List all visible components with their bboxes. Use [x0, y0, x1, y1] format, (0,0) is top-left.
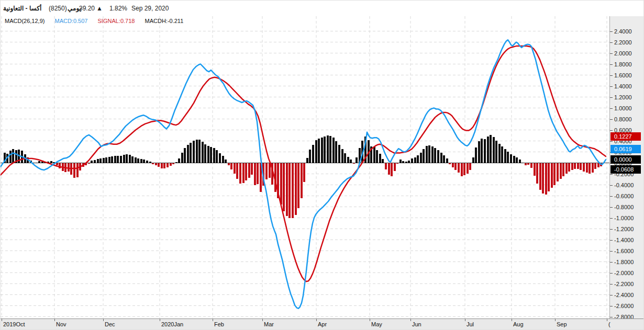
histogram-bar — [213, 148, 215, 163]
histogram-bar — [423, 149, 425, 163]
x-axis-month-label: ( — [608, 321, 610, 327]
x-axis-month-label: Aug — [513, 321, 524, 327]
macd-chart-window: أكسا - التعاونية (8250) يومي 39.20 ▲ 1.8… — [0, 0, 644, 330]
x-axis-tick — [160, 319, 160, 321]
y-axis-label: 0.8000 — [614, 116, 632, 122]
histogram-bar — [431, 146, 434, 163]
histogram-bar — [525, 163, 527, 165]
histogram-bar — [553, 163, 556, 185]
y-axis-label: 1.4000 — [614, 83, 632, 89]
histogram-bar — [230, 163, 232, 170]
histogram-bar — [181, 153, 183, 163]
x-axis-tick — [103, 319, 104, 321]
histogram-bar — [417, 155, 419, 163]
histogram-bar — [472, 157, 474, 163]
histogram-bar — [239, 163, 241, 184]
histogram-bar — [332, 138, 335, 163]
histogram-bar — [327, 135, 329, 163]
histogram-bar — [76, 163, 79, 178]
x-axis-month-label: May — [371, 321, 382, 327]
histogram-bar — [161, 163, 163, 168]
y-axis-tick — [610, 229, 613, 230]
x-axis-tick — [316, 319, 317, 321]
histogram-bar — [437, 150, 439, 163]
histogram-bar — [309, 150, 311, 163]
histogram-bar — [190, 143, 192, 163]
histogram-bar — [574, 163, 576, 169]
histogram-bar — [562, 163, 564, 176]
histogram-bar — [446, 158, 448, 163]
histogram-bar — [501, 146, 503, 163]
histogram-bar — [12, 149, 14, 163]
histogram-bar — [391, 163, 393, 177]
x-axis-tick — [213, 319, 213, 321]
histogram-bar — [280, 163, 282, 204]
histogram-bar — [443, 155, 445, 163]
histogram-bar — [545, 163, 547, 195]
histogram-bar — [163, 163, 165, 169]
histogram-bar — [356, 157, 358, 163]
histogram-bar — [347, 157, 349, 163]
histogram-bar — [59, 163, 61, 169]
histogram-bar — [399, 160, 402, 163]
y-axis-tick — [610, 306, 613, 306]
histogram-bar — [88, 163, 90, 164]
x-axis-month-label: Jul — [467, 321, 474, 327]
histogram-bar — [484, 139, 486, 163]
histogram-bar — [149, 162, 151, 163]
instrument-header-bar: أكسا - التعاونية (8250) يومي 39.20 ▲ 1.8… — [1, 1, 644, 17]
price-tag: 0.0619 — [610, 145, 641, 153]
y-axis-tick — [610, 185, 613, 186]
histogram-bar — [306, 158, 308, 163]
macd-plot-canvas[interactable] — [1, 16, 609, 318]
x-axis-month-label: Feb — [214, 321, 224, 327]
y-axis-tick — [610, 53, 613, 54]
y-axis-tick — [610, 240, 613, 241]
histogram-bar — [94, 160, 96, 163]
y-axis-panel[interactable]: 2.40002.20002.00001.80001.60001.40001.20… — [609, 16, 644, 330]
histogram-bar — [376, 150, 378, 163]
last-price: 39.20 — [79, 1, 95, 16]
histogram-bar — [135, 157, 137, 163]
y-axis-label: 1.6000 — [614, 72, 632, 78]
macd-value-label: MACD:0.507 — [54, 18, 87, 24]
y-axis-tick — [610, 86, 613, 87]
histogram-bar — [461, 163, 463, 176]
y-axis-label: -1.8000 — [614, 259, 634, 265]
y-axis-label: -2.6000 — [614, 303, 634, 309]
histogram-bar — [434, 148, 436, 163]
histogram-bar — [251, 163, 253, 175]
histogram-bar — [440, 153, 442, 163]
histogram-bar — [452, 163, 454, 167]
x-axis-tick — [262, 319, 263, 321]
histogram-bar — [426, 146, 428, 163]
histogram-bar — [551, 163, 553, 188]
y-axis-tick — [610, 317, 613, 317]
histogram-bar — [146, 161, 148, 163]
y-axis-tick — [610, 141, 613, 142]
x-axis-month-label: Jun — [412, 321, 421, 327]
y-axis-label: -2.2000 — [614, 281, 634, 287]
histogram-bar — [385, 163, 387, 169]
histogram-bar — [207, 146, 209, 163]
histogram-bar — [108, 157, 110, 163]
histogram-bar — [301, 163, 303, 199]
histogram-bar — [458, 163, 460, 173]
up-triangle-icon: ▲ — [96, 1, 103, 16]
histogram-bar — [178, 158, 180, 163]
histogram-bar — [111, 156, 113, 163]
x-axis-panel[interactable]: 2019OctNovDec2020JanFebMarAprMayJunJulAu… — [1, 318, 644, 330]
x-axis-tick — [370, 319, 370, 321]
histogram-bar — [481, 139, 483, 163]
histogram-bar — [155, 163, 157, 166]
x-axis-month-label: Dec — [105, 321, 115, 327]
histogram-bar — [315, 140, 317, 163]
histogram-bar — [597, 163, 599, 167]
x-axis-month-label: Mar — [264, 321, 274, 327]
x-axis-tick — [512, 319, 512, 321]
histogram-bar — [114, 156, 116, 163]
histogram-bar — [103, 158, 105, 163]
y-axis-tick — [610, 295, 613, 295]
macd-plot-area[interactable] — [1, 16, 609, 318]
y-axis-tick — [610, 207, 613, 208]
